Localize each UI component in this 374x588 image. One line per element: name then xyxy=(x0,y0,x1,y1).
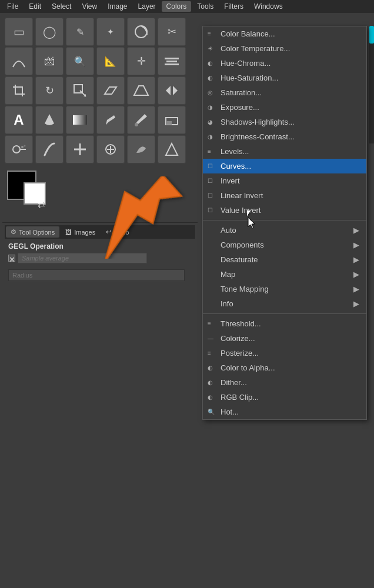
tool-perspective[interactable] xyxy=(127,76,155,105)
tool-fuzzy-select[interactable]: ✦ xyxy=(96,18,125,46)
tool-bucket-fill[interactable] xyxy=(35,106,64,134)
menu-colors[interactable]: Colors xyxy=(162,1,192,12)
menu-item-rgb-clip[interactable]: ◐ RGB Clip... xyxy=(203,390,366,405)
saturation-icon: ◎ xyxy=(208,89,213,96)
color-temp-icon: ☀ xyxy=(208,45,213,52)
tool-ink[interactable] xyxy=(35,135,64,163)
menu-select[interactable]: Select xyxy=(47,1,76,12)
separator-2 xyxy=(203,313,366,314)
menu-item-color-to-alpha[interactable]: ◐ Color to Alpha... xyxy=(203,360,366,375)
svg-point-3 xyxy=(135,123,138,126)
menu-edit[interactable]: Edit xyxy=(24,1,46,12)
tab-tool-options[interactable]: ⚙ Tool Options xyxy=(6,226,59,238)
tool-pencil[interactable] xyxy=(96,106,125,134)
auto-arrow-icon: ▶ xyxy=(353,226,359,235)
gegl-operation-input[interactable] xyxy=(18,253,147,263)
svg-rect-5 xyxy=(166,121,172,125)
menu-item-info[interactable]: Info ▶ xyxy=(203,296,366,311)
tool-free-select[interactable]: ✎ xyxy=(66,18,94,46)
tool-scissors[interactable]: ✂ xyxy=(158,18,186,46)
svg-point-6 xyxy=(13,146,20,153)
menu-filters[interactable]: Filters xyxy=(219,1,248,12)
gegl-checkbox[interactable]: ✕ xyxy=(8,255,15,262)
menu-item-hot[interactable]: 🔍 Hot... xyxy=(203,405,366,419)
tone-mapping-arrow-icon: ▶ xyxy=(353,285,359,293)
menu-item-linear-invert[interactable]: ☐ Linear Invert xyxy=(203,188,366,203)
menu-view[interactable]: View xyxy=(77,1,102,12)
menu-item-curves[interactable]: ☐ Curves... xyxy=(203,159,366,173)
tool-scale[interactable] xyxy=(66,76,94,105)
svg-point-8 xyxy=(21,146,24,148)
menu-item-desaturate[interactable]: Desaturate ▶ xyxy=(203,252,366,267)
gegl-radius-input[interactable] xyxy=(8,269,185,281)
tool-shear[interactable] xyxy=(96,76,125,105)
menu-item-map[interactable]: Map ▶ xyxy=(203,267,366,282)
exposure-icon: ◑ xyxy=(208,104,213,111)
posterize-icon: ≡ xyxy=(208,350,211,356)
menu-item-saturation[interactable]: ◎ Saturation... xyxy=(203,85,366,100)
menu-item-hue-chroma[interactable]: ◐ Hue-Chroma... xyxy=(203,56,366,71)
scrollbar-thumb[interactable] xyxy=(369,26,374,44)
tab-images[interactable]: 🖼 Images xyxy=(61,226,100,238)
tool-text[interactable]: A xyxy=(5,106,33,134)
gegl-title: GEGL Operation xyxy=(8,242,192,250)
hue-chroma-icon: ◐ xyxy=(208,60,213,66)
menu-item-auto[interactable]: Auto ▶ xyxy=(203,223,366,238)
threshold-icon: ≡ xyxy=(208,320,211,327)
tool-rotate[interactable]: ↻ xyxy=(35,76,64,105)
shadows-icon: ◕ xyxy=(208,119,213,125)
menu-file[interactable]: File xyxy=(2,1,23,12)
menu-item-tone-mapping[interactable]: Tone Mapping ▶ xyxy=(203,282,366,296)
menu-item-invert[interactable]: ☐ Invert xyxy=(203,173,366,188)
tool-dodge-burn[interactable] xyxy=(158,135,186,163)
tool-smudge[interactable] xyxy=(127,135,155,163)
menu-image[interactable]: Image xyxy=(103,1,132,12)
tools-grid: ▭ ◯ ✎ ✦ ✂ 🖄 🔍 📐 ✛ ↻ A xyxy=(2,15,198,166)
main-area: ▭ ◯ ✎ ✦ ✂ 🖄 🔍 📐 ✛ ↻ A xyxy=(0,13,374,588)
tool-blend[interactable] xyxy=(66,106,94,134)
undo-icon: ↩ xyxy=(106,228,111,236)
color-balance-icon: ≡ xyxy=(208,31,211,37)
tool-eraser[interactable] xyxy=(158,106,186,134)
menu-item-hue-saturation[interactable]: ◐ Hue-Saturation... xyxy=(203,71,366,85)
tool-ellipse-select[interactable]: ◯ xyxy=(35,18,64,46)
tab-undo[interactable]: ↩ Undo xyxy=(101,226,133,238)
menu-layer[interactable]: Layer xyxy=(133,1,161,12)
tool-move[interactable]: ✛ xyxy=(127,47,155,75)
tool-paths[interactable] xyxy=(5,47,33,75)
tool-heal[interactable] xyxy=(66,135,94,163)
menu-item-dither[interactable]: ◐ Dither... xyxy=(203,375,366,390)
dither-icon: ◐ xyxy=(208,379,213,386)
menu-item-brightness-contrast[interactable]: ◑ Brightness-Contrast... xyxy=(203,129,366,144)
menu-item-color-balance[interactable]: ≡ Color Balance... xyxy=(203,26,366,41)
swap-colors-icon[interactable]: ⇄ xyxy=(38,199,45,210)
gegl-input-row: ✕ xyxy=(8,253,192,263)
tool-rect-select[interactable]: ▭ xyxy=(5,18,33,46)
tool-measure[interactable]: 📐 xyxy=(96,47,125,75)
tool-zoom[interactable]: 🔍 xyxy=(66,47,94,75)
menu-item-threshold[interactable]: ≡ Threshold... xyxy=(203,316,366,331)
tool-color-picker[interactable]: 🖄 xyxy=(35,47,64,75)
tool-color-select[interactable] xyxy=(127,18,155,46)
menu-item-shadows-highlights[interactable]: ◕ Shadows-Highlights... xyxy=(203,115,366,129)
menu-windows[interactable]: Windows xyxy=(249,1,288,12)
tool-flip[interactable] xyxy=(158,76,186,105)
menu-item-value-invert[interactable]: ☐ Value Invert xyxy=(203,203,366,218)
menu-item-components[interactable]: Components ▶ xyxy=(203,238,366,252)
menu-item-color-temperature[interactable]: ☀ Color Temperature... xyxy=(203,41,366,56)
menu-item-exposure[interactable]: ◑ Exposure... xyxy=(203,100,366,115)
colors-dropdown-menu: ≡ Color Balance... ☀ Color Temperature..… xyxy=(202,26,367,420)
tool-align[interactable] xyxy=(158,47,186,75)
linear-invert-icon: ☐ xyxy=(208,192,213,199)
tool-paintbrush[interactable] xyxy=(127,106,155,134)
menu-item-posterize[interactable]: ≡ Posterize... xyxy=(203,346,366,360)
toolbox: ▭ ◯ ✎ ✦ ✂ 🖄 🔍 📐 ✛ ↻ A xyxy=(0,13,200,588)
desaturate-arrow-icon: ▶ xyxy=(353,255,359,264)
menu-item-levels[interactable]: ≡ Levels... xyxy=(203,144,366,159)
tool-crop[interactable] xyxy=(5,76,33,105)
menu-tools[interactable]: Tools xyxy=(192,1,218,12)
menu-item-colorize[interactable]: — Colorize... xyxy=(203,331,366,346)
tool-clone[interactable] xyxy=(96,135,125,163)
bottom-panel: ⚙ Tool Options 🖼 Images ↩ Undo GEGL Oper… xyxy=(2,222,198,287)
tool-airbrush[interactable] xyxy=(5,135,33,163)
